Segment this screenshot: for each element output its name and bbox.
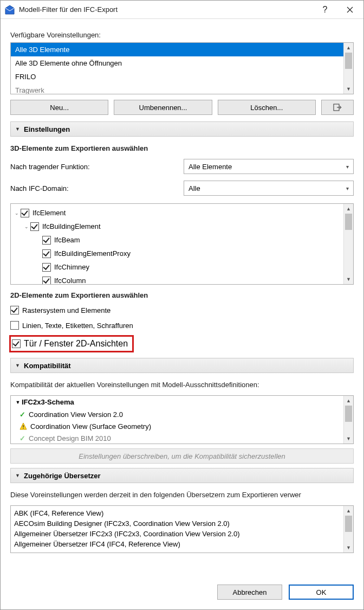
chevron-down-icon: ▼: [15, 363, 21, 368]
compat-list[interactable]: ▼ IFC2x3-Schema ✓ Coordination View Vers…: [10, 395, 354, 444]
grid-checkbox-label: Rastersystem und Elemente: [22, 306, 110, 314]
ok-icon: ✓: [20, 434, 25, 442]
translator-item[interactable]: Allgemeiner Übersetzer IFC4 (IFC4, Refer…: [14, 539, 340, 549]
ok-icon: ✓: [20, 410, 25, 419]
warning-icon: [20, 422, 27, 430]
compat-desc: Kompatibilität der aktuellen Voreinstell…: [10, 381, 354, 389]
translators-list[interactable]: ABK (IFC4, Reference View) AECOsim Build…: [10, 505, 354, 553]
presets-label: Verfügbare Voreinstellungen:: [10, 31, 354, 39]
help-button[interactable]: ?: [313, 1, 337, 18]
ifc-tree[interactable]: ⌄ IfcElement ⌄ IfcBuildingElement IfcBea…: [10, 203, 354, 285]
tree-checkbox[interactable]: [30, 222, 39, 231]
by-domain-label: Nach IFC-Domain:: [10, 184, 184, 192]
scroll-up-icon[interactable]: ▲: [344, 204, 353, 214]
scroll-up-icon[interactable]: ▲: [344, 396, 353, 406]
compat-row-text: Coordination View (Surface Geometry): [30, 422, 151, 431]
by-function-label: Nach tragender Funktion:: [10, 163, 184, 171]
compat-row-text: Coordination View Version 2.0: [29, 410, 123, 419]
grid-checkbox[interactable]: [10, 306, 19, 314]
tree-checkbox[interactable]: [42, 236, 51, 245]
scrollbar[interactable]: ▲ ▼: [343, 204, 353, 284]
3d-heading: 3D-Elemente zum Exportieren auswählen: [10, 144, 354, 152]
translator-item[interactable]: ABK (IFC4, Reference View): [14, 508, 340, 518]
scroll-up-icon[interactable]: ▲: [344, 43, 353, 53]
scroll-down-icon[interactable]: ▼: [344, 274, 353, 284]
cancel-button[interactable]: Abbrechen: [217, 585, 282, 600]
dialog-title: Modell-Filter für den IFC-Export: [19, 5, 313, 14]
svg-rect-1: [23, 425, 23, 427]
compat-section-label: Kompatibilität: [24, 362, 71, 370]
lines-checkbox-label: Linien, Texte, Etiketten, Schraffuren: [22, 322, 133, 330]
app-icon: [5, 5, 15, 15]
scrollbar[interactable]: ▲ ▼: [343, 506, 353, 553]
preset-item[interactable]: Tragwerk: [11, 84, 343, 94]
compat-row-text: Concept Design BIM 2010: [29, 434, 111, 442]
tree-node[interactable]: IfcBuildingElement: [42, 222, 101, 230]
doorwindow-highlight: Tür / Fenster 2D-Ansichten: [9, 335, 134, 352]
new-button[interactable]: Neu...: [10, 100, 108, 115]
chevron-down-icon[interactable]: ▼: [14, 400, 22, 405]
delete-button[interactable]: Löschen...: [218, 100, 316, 115]
settings-section-toggle[interactable]: ▼ Einstellungen: [10, 121, 354, 137]
tree-checkbox[interactable]: [42, 263, 51, 272]
chevron-down-icon: ▾: [346, 185, 349, 191]
by-function-select[interactable]: Alle Elemente ▾: [184, 159, 354, 174]
override-button: Einstellungen überschreiben, um die Komp…: [10, 448, 354, 464]
chevron-down-icon: ▼: [15, 473, 21, 478]
tree-leaf[interactable]: IfcBeam: [54, 236, 80, 244]
translators-section-label: Zugehörige Übersetzer: [24, 472, 101, 480]
tree-toggle[interactable]: ⌄: [23, 224, 30, 229]
scrollbar[interactable]: ▲ ▼: [343, 396, 353, 444]
presets-listbox[interactable]: Alle 3D Elemente Alle 3D Elemente ohne Ö…: [10, 42, 354, 94]
tree-node[interactable]: IfcElement: [32, 209, 66, 217]
scroll-down-icon[interactable]: ▼: [344, 84, 353, 94]
tree-leaf[interactable]: IfcColumn: [54, 277, 86, 284]
translator-item[interactable]: Allgemeiner Übersetzer IFC2x3 (IFC2x3, C…: [14, 529, 340, 539]
doorwindow-checkbox[interactable]: [12, 339, 21, 348]
rename-button[interactable]: Umbenennen...: [114, 100, 212, 115]
compat-section-toggle[interactable]: ▼ Kompatibilität: [10, 358, 354, 373]
scroll-down-icon[interactable]: ▼: [344, 543, 353, 553]
tree-leaf[interactable]: IfcBuildingElementProxy: [54, 249, 131, 258]
tree-toggle[interactable]: ⌄: [13, 210, 21, 216]
scrollbar[interactable]: ▲ ▼: [343, 43, 353, 94]
by-domain-value: Alle: [188, 184, 200, 192]
2d-heading: 2D-Elemente zum Exportieren auswählen: [10, 291, 354, 299]
tree-leaf[interactable]: IfcChimney: [54, 263, 89, 271]
tree-checkbox[interactable]: [42, 277, 51, 285]
chevron-down-icon: ▼: [15, 126, 21, 132]
compat-schema: IFC2x3-Schema: [22, 398, 74, 406]
close-button[interactable]: [337, 1, 362, 18]
ok-button[interactable]: OK: [289, 585, 354, 600]
lines-checkbox[interactable]: [10, 321, 19, 330]
preset-item[interactable]: FRILO: [11, 70, 343, 84]
chevron-down-icon: ▾: [346, 164, 349, 170]
tree-checkbox[interactable]: [21, 209, 29, 217]
scroll-down-icon[interactable]: ▼: [344, 434, 353, 444]
import-export-button[interactable]: [321, 100, 354, 115]
scroll-up-icon[interactable]: ▲: [344, 506, 353, 516]
tree-checkbox[interactable]: [42, 249, 51, 258]
translator-item[interactable]: AECOsim Building Designer (IFC2x3, Coord…: [14, 518, 340, 529]
settings-section-label: Einstellungen: [24, 125, 70, 133]
by-function-value: Alle Elemente: [188, 163, 232, 171]
by-domain-select[interactable]: Alle ▾: [184, 181, 354, 196]
doorwindow-checkbox-label: Tür / Fenster 2D-Ansichten: [24, 339, 128, 349]
preset-item[interactable]: Alle 3D Elemente ohne Öffnungen: [11, 56, 343, 70]
preset-item[interactable]: Alle 3D Elemente: [11, 43, 343, 56]
translators-desc: Diese Voreinstellungen werden derzeit in…: [10, 491, 354, 499]
svg-rect-2: [23, 428, 23, 428]
translators-section-toggle[interactable]: ▼ Zugehörige Übersetzer: [10, 468, 354, 483]
